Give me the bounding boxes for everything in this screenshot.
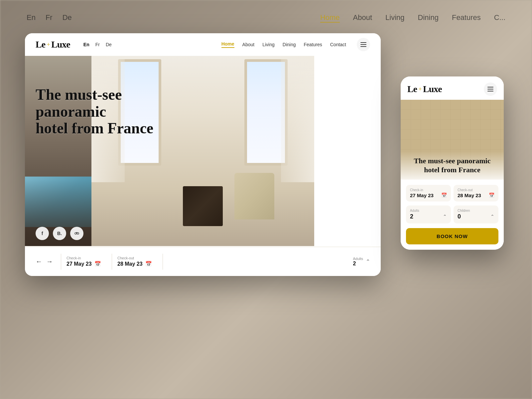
svg-point-0 xyxy=(75,232,76,234)
chair-shape xyxy=(234,173,274,219)
mobile-checkout-label: Check-out xyxy=(458,188,494,192)
mobile-dates-row: Check-in 27 May 23 📅 Check-out 28 May 23… xyxy=(406,185,498,201)
next-arrow[interactable]: → xyxy=(46,258,53,265)
checkin-label: Check-in xyxy=(66,256,106,260)
bg-nav-home: Home xyxy=(320,13,340,23)
desktop-checkin-field[interactable]: Check-in 27 May 23 📅 xyxy=(66,256,106,267)
social-booking[interactable]: B. xyxy=(53,227,66,240)
desktop-logo: LeLuxe xyxy=(36,39,70,50)
mobile-hero-title: The must-see panoramic hotel from France xyxy=(406,157,498,174)
divider-3 xyxy=(163,254,163,270)
bg-nav-contact: C... xyxy=(494,13,505,23)
bg-lang-fr: Fr xyxy=(46,13,53,23)
mobile-logo: LeLuxe xyxy=(407,84,442,94)
mobile-children-chevron-icon[interactable]: ⌃ xyxy=(490,214,494,219)
bg-nav-features: Features xyxy=(452,13,481,23)
mobile-adults-inner: 2 ⌃ xyxy=(410,213,447,220)
mobile-logo-le: Le xyxy=(407,84,417,94)
room-center-panel xyxy=(91,56,314,246)
bg-lang-en: En xyxy=(27,13,36,23)
bg-nav-dining: Dining xyxy=(418,13,439,23)
mobile-children-inner: 0 ⌃ xyxy=(458,213,494,220)
mobile-header: LeLuxe xyxy=(401,76,504,100)
logo-icon xyxy=(46,42,50,47)
mobile-booking-form: Check-in 27 May 23 📅 Check-out 28 May 23… xyxy=(401,180,504,250)
adults-label: Adults xyxy=(353,257,363,261)
adults-value: 2 xyxy=(353,261,363,267)
mobile-guests-row: Adults 2 ⌃ Children 0 ⌃ xyxy=(406,205,498,223)
mobile-checkin-row-inner: 27 May 23 📅 xyxy=(410,193,447,198)
checkout-calendar-icon: 📅 xyxy=(145,261,152,267)
mobile-logo-icon xyxy=(418,86,422,92)
desktop-header: LeLuxe En Fr De Home About Living Dining… xyxy=(25,33,381,56)
desktop-card: LeLuxe En Fr De Home About Living Dining… xyxy=(25,33,381,276)
slide-arrows: ← → xyxy=(36,258,53,265)
checkin-value: 27 May 23 xyxy=(66,261,92,267)
mobile-hamburger-icon xyxy=(487,87,493,91)
hero-title: The must-see panoramichotel from France xyxy=(36,86,162,137)
mobile-children-label: Children xyxy=(458,209,494,212)
nav-living[interactable]: Living xyxy=(262,42,275,47)
lang-fr[interactable]: Fr xyxy=(95,42,100,47)
social-tripadvisor[interactable] xyxy=(70,227,83,240)
divider-1 xyxy=(61,254,61,270)
book-now-button[interactable]: BOOK NOW xyxy=(406,228,498,244)
mobile-checkin-field[interactable]: Check-in 27 May 23 📅 xyxy=(406,185,451,201)
curtain-right xyxy=(281,56,314,182)
adults-chevron-icon[interactable]: ⌃ xyxy=(366,258,370,265)
adults-info: Adults 2 xyxy=(353,257,363,267)
mobile-checkin-value: 27 May 23 xyxy=(410,193,434,198)
mobile-menu-button[interactable] xyxy=(484,82,497,96)
menu-button[interactable] xyxy=(357,38,370,51)
desktop-checkout-field[interactable]: Check-out 28 May 23 📅 xyxy=(117,256,157,267)
mobile-checkout-value: 28 May 23 xyxy=(458,193,481,198)
lang-de[interactable]: De xyxy=(106,42,112,47)
table-center xyxy=(183,186,223,226)
nav-features[interactable]: Features xyxy=(304,42,322,47)
mobile-hero-overlay: The must-see panoramic hotel from France xyxy=(401,151,504,180)
checkin-calendar-icon: 📅 xyxy=(94,261,101,267)
mobile-checkin-icon: 📅 xyxy=(441,193,447,198)
bg-nav-living: Living xyxy=(385,13,404,23)
checkout-label: Check-out xyxy=(117,256,157,260)
checkout-field-row: 28 May 23 📅 xyxy=(117,261,157,267)
hero-headline: The must-see panoramichotel from France xyxy=(36,86,162,137)
mobile-adults-value: 2 xyxy=(410,213,413,220)
mobile-checkout-icon: 📅 xyxy=(489,193,494,198)
mobile-adults-field[interactable]: Adults 2 ⌃ xyxy=(406,205,451,223)
mobile-checkout-field[interactable]: Check-out 28 May 23 📅 xyxy=(454,185,498,201)
bg-lang-de: De xyxy=(63,13,72,23)
nav-home[interactable]: Home xyxy=(221,41,234,48)
mobile-logo-luxe: Luxe xyxy=(423,84,442,94)
svg-point-2 xyxy=(76,232,77,233)
mobile-card: LeLuxe The must-see panoramic hotel from… xyxy=(401,76,504,250)
mobile-checkin-label: Check-in xyxy=(410,188,447,192)
prev-arrow[interactable]: ← xyxy=(36,258,42,265)
logo-text-le: Le xyxy=(36,39,45,50)
social-facebook[interactable]: f xyxy=(36,227,49,240)
lang-en[interactable]: En xyxy=(83,42,89,47)
checkin-field-row: 27 May 23 📅 xyxy=(66,261,106,267)
mobile-adults-chevron-icon[interactable]: ⌃ xyxy=(443,214,447,219)
bg-lang-nav: En Fr De xyxy=(27,13,72,23)
mobile-hero: The must-see panoramic hotel from France xyxy=(401,100,504,180)
mobile-children-value: 0 xyxy=(458,213,461,220)
mobile-checkout-row-inner: 28 May 23 📅 xyxy=(458,193,494,198)
hamburger-icon xyxy=(360,42,366,47)
desktop-adults-field[interactable]: Adults 2 ⌃ xyxy=(353,257,370,267)
nav-contact[interactable]: Contact xyxy=(330,42,346,47)
nav-about[interactable]: About xyxy=(242,42,255,47)
checkout-value: 28 May 23 xyxy=(117,261,143,267)
divider-2 xyxy=(112,254,112,270)
logo-text-luxe: Luxe xyxy=(51,39,70,50)
svg-point-1 xyxy=(77,232,79,234)
lang-nav: En Fr De xyxy=(83,42,112,47)
nav-dining[interactable]: Dining xyxy=(283,42,296,47)
mobile-adults-label: Adults xyxy=(410,209,447,212)
main-nav: Home About Living Dining Features Contac… xyxy=(221,38,370,51)
bg-nav-about: About xyxy=(353,13,372,23)
social-icons: f B. xyxy=(36,227,83,240)
desktop-booking-bar: ← → Check-in 27 May 23 📅 Check-out 28 Ma… xyxy=(25,247,381,276)
mobile-children-field[interactable]: Children 0 ⌃ xyxy=(454,205,498,223)
tripadvisor-icon xyxy=(74,231,79,236)
